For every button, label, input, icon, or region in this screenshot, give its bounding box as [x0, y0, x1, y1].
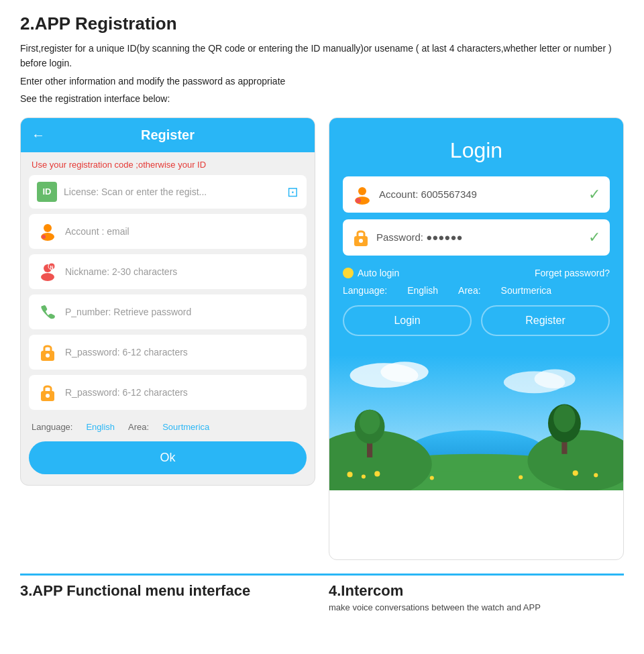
register-warning: Use your registration code ;otherwise yo…	[21, 152, 315, 175]
login-lang-row: Language: English Area: Sourtmerica	[343, 281, 610, 305]
svg-point-34	[374, 471, 380, 476]
section2-desc3: See the registration interface below:	[20, 91, 624, 106]
register-title: Register	[141, 127, 195, 143]
rpassword1-field[interactable]: R_password: 6-12 characters	[29, 335, 307, 370]
svg-point-0	[44, 224, 52, 232]
phone-icon	[37, 301, 58, 323]
landscape-svg	[329, 356, 623, 490]
login-account-label: Account: 6005567349	[379, 188, 477, 200]
auto-login-text: Auto login	[358, 268, 399, 278]
svg-point-2	[42, 235, 46, 239]
svg-point-4	[41, 273, 54, 281]
login-options: Auto login Forget password?	[343, 262, 610, 281]
ok-button[interactable]: Ok	[29, 441, 307, 474]
license-label: License: Scan or enter the regist...	[64, 186, 280, 197]
register-bottom: Language: English Area: Sourtmerica	[21, 418, 315, 439]
login-area-val: Sourtmerica	[501, 285, 551, 296]
login-buttons: Login Register	[343, 305, 610, 343]
section2-title: 2.APP Registration	[20, 13, 624, 34]
section2-desc1: First,register for a unique ID(by scanni…	[20, 41, 624, 71]
auto-login-dot	[343, 268, 354, 278]
register-header-inner: ← Register	[32, 127, 304, 143]
forget-password-link[interactable]: Forget password?	[535, 268, 610, 278]
svg-point-37	[430, 476, 434, 480]
phone-field[interactable]: P_number: Retrieve password	[29, 294, 307, 329]
svg-point-10	[46, 394, 50, 398]
svg-point-15	[359, 239, 363, 243]
register-fields: ID License: Scan or enter the regist... …	[21, 175, 315, 418]
section3: 3.APP Functional menu interface	[20, 582, 315, 612]
login-button[interactable]: Login	[343, 305, 472, 336]
login-top: Login Account: 6005567349 ✓ Password:	[329, 118, 623, 356]
login-screen: Login Account: 6005567349 ✓ Password:	[329, 117, 624, 560]
svg-point-11	[358, 187, 366, 195]
lock2-icon	[37, 382, 58, 403]
svg-point-18	[380, 362, 428, 382]
back-arrow-icon[interactable]: ←	[32, 127, 45, 143]
screenshots-row: ← Register Use your registration code ;o…	[20, 117, 624, 560]
rpassword1-label: R_password: 6-12 characters	[65, 347, 299, 358]
login-password-field[interactable]: Password: ●●●●●● ✓	[343, 219, 610, 256]
svg-point-13	[356, 198, 361, 203]
section2-desc2: Enter other information and modify the p…	[20, 74, 624, 89]
svg-point-8	[46, 353, 50, 358]
account-check-icon: ✓	[588, 186, 600, 203]
svg-text:N: N	[50, 265, 53, 270]
nickname-field[interactable]: N Nickname: 2-30 characters	[29, 254, 307, 289]
register-button[interactable]: Register	[481, 305, 610, 336]
license-field[interactable]: ID License: Scan or enter the regist... …	[29, 175, 307, 209]
section4: 4.Intercom make voice conversations betw…	[329, 582, 624, 612]
login-lock-icon	[352, 227, 370, 248]
register-header: ← Register	[21, 118, 315, 152]
bottom-row: 3.APP Functional menu interface 4.Interc…	[20, 574, 624, 612]
reg-language-label: Language:	[32, 422, 72, 432]
account-label: Account : email	[65, 226, 299, 237]
login-account-field[interactable]: Account: 6005567349 ✓	[343, 176, 610, 213]
login-landscape	[329, 356, 623, 490]
rpassword2-label: R_password: 6-12 characters	[65, 387, 299, 398]
login-area-label: Area:	[458, 285, 480, 296]
user-icon	[37, 221, 58, 242]
phone-label: P_number: Retrieve password	[65, 307, 299, 317]
register-screen: ← Register Use your registration code ;o…	[20, 117, 315, 486]
svg-point-20	[535, 369, 576, 388]
reg-area-label: Area:	[128, 422, 149, 432]
nickname-icon: N	[37, 261, 58, 282]
login-password-label: Password: ●●●●●●	[376, 231, 463, 243]
svg-point-38	[519, 475, 523, 479]
password-check-icon: ✓	[588, 229, 600, 246]
reg-area-val: Sourtmerica	[162, 422, 209, 432]
login-language-val: English	[407, 285, 438, 296]
section4-title: 4.Intercom	[329, 582, 624, 600]
reg-language-val: English	[86, 422, 115, 432]
login-user-icon	[352, 184, 372, 205]
id-icon: ID	[37, 182, 57, 202]
rpassword2-field[interactable]: R_password: 6-12 characters	[29, 375, 307, 410]
svg-point-35	[573, 470, 578, 476]
scan-icon[interactable]: ⊡	[287, 184, 299, 200]
svg-point-28	[360, 409, 380, 434]
login-language-label: Language:	[343, 285, 387, 296]
svg-point-33	[362, 474, 366, 478]
nickname-label: Nickname: 2-30 characters	[65, 266, 299, 277]
login-title: Login	[343, 138, 610, 163]
svg-point-31	[553, 404, 576, 432]
section3-title: 3.APP Functional menu interface	[20, 582, 315, 600]
lock1-icon	[37, 341, 58, 363]
account-field[interactable]: Account : email	[29, 214, 307, 249]
svg-point-32	[347, 472, 352, 477]
section4-desc: make voice conversations between the wat…	[329, 602, 624, 612]
svg-point-36	[594, 473, 598, 477]
